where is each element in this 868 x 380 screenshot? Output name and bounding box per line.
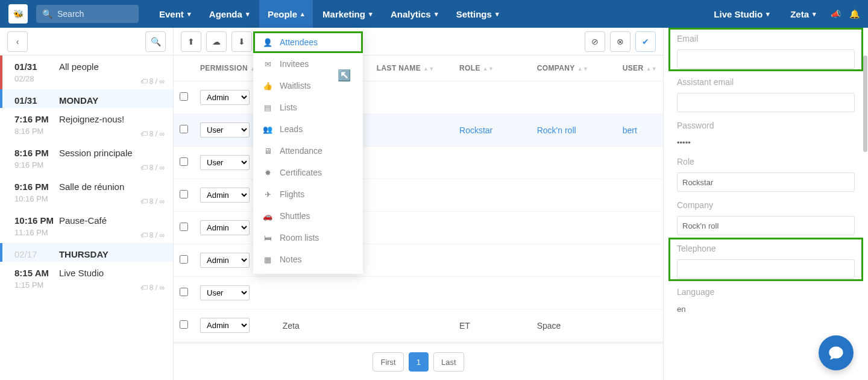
approve-button[interactable]: ⊘: [585, 31, 605, 52]
table-row[interactable]: User: [174, 147, 663, 179]
dd-notes[interactable]: ▦Notes: [253, 249, 363, 270]
left-sidebar: ‹ 🔍 01/31 All people 02/28 🏷 8 / ∞ 01/31…: [0, 28, 174, 380]
dd-roomlists[interactable]: 🛏Room lists: [253, 227, 363, 249]
user-icon: 👤: [263, 38, 272, 47]
reject-button[interactable]: ⊗: [610, 31, 631, 52]
dd-attendees[interactable]: 👤Attendees: [253, 31, 363, 53]
global-search[interactable]: 🔍: [36, 5, 139, 23]
dd-certificates[interactable]: ✸Certificates: [253, 162, 363, 183]
nav-analytics[interactable]: Analytics▾: [382, 0, 447, 28]
col-role[interactable]: ROLE: [459, 64, 480, 72]
table-row[interactable]: User: [174, 277, 663, 309]
download-cloud-button[interactable]: ☁: [206, 31, 227, 52]
row-checkbox[interactable]: [180, 92, 188, 101]
cell-company[interactable]: Rock'n roll: [531, 114, 617, 147]
nav-zeta[interactable]: Zeta▾: [784, 0, 822, 28]
nav-marketing[interactable]: Marketing▾: [314, 0, 381, 28]
sidebar-item-session[interactable]: 8:16 PM Session principale 9:16 PM 🏷 8 /…: [0, 142, 173, 176]
bell-icon[interactable]: 🔔: [849, 9, 860, 19]
row-checkbox[interactable]: [180, 255, 188, 264]
row-checkbox[interactable]: [180, 125, 188, 133]
right-scrollbar[interactable]: [863, 55, 867, 152]
row-checkbox[interactable]: [180, 320, 188, 329]
col-company[interactable]: COMPANY: [537, 64, 575, 72]
table-row[interactable]: Admin: [174, 212, 663, 244]
page-1[interactable]: 1: [409, 352, 429, 372]
download-button[interactable]: ⬇: [231, 31, 252, 52]
back-button[interactable]: ‹: [7, 31, 28, 52]
row-checkbox[interactable]: [180, 190, 188, 198]
company-input[interactable]: [677, 216, 855, 235]
cell-user[interactable]: bert: [617, 114, 663, 147]
table-row[interactable]: AdminZetaETSpace: [174, 309, 663, 342]
dd-lists[interactable]: ▤Lists: [253, 97, 363, 118]
permission-select[interactable]: User: [200, 285, 250, 300]
search-input[interactable]: [57, 9, 133, 19]
sidebar-day-thursday[interactable]: 02/17 THURSDAY: [0, 243, 173, 262]
assistant-input[interactable]: [677, 93, 855, 112]
page-last[interactable]: Last: [433, 352, 464, 372]
permission-select[interactable]: Admin: [200, 253, 250, 268]
nav-settings[interactable]: Settings▾: [448, 0, 508, 28]
chat-fab[interactable]: [819, 335, 854, 370]
dd-waitlists[interactable]: 👍Waitlists: [253, 75, 363, 97]
field-company: Company: [668, 194, 863, 238]
permission-select[interactable]: Admin: [200, 188, 250, 203]
col-user[interactable]: USER: [623, 64, 644, 72]
role-input[interactable]: [677, 173, 855, 192]
password-input[interactable]: [677, 136, 855, 148]
sidebar-search-button[interactable]: 🔍: [145, 31, 166, 52]
sidebar-item-pause[interactable]: 10:16 PM Pause-Café 11:16 PM 🏷 8 / ∞: [0, 209, 173, 243]
confirm-button[interactable]: ✔: [635, 31, 656, 52]
table-row[interactable]: Admin: [174, 179, 663, 212]
permission-select[interactable]: User: [200, 122, 250, 138]
dd-leads[interactable]: 👥Leads: [253, 118, 363, 140]
dd-flights[interactable]: ✈Flights: [253, 183, 363, 205]
permission-select[interactable]: Admin: [200, 90, 250, 105]
row-checkbox[interactable]: [180, 157, 188, 166]
sidebar-time: 8:16 PM: [14, 148, 57, 158]
sidebar-item-all-people[interactable]: 01/31 All people 02/28 🏷 8 / ∞: [0, 55, 173, 89]
megaphone-icon[interactable]: 📣: [831, 9, 841, 19]
telephone-input[interactable]: [677, 259, 855, 279]
permission-select[interactable]: Admin: [200, 318, 250, 333]
sidebar-time: 9:16 PM: [14, 182, 57, 192]
envelope-icon: ✉: [263, 60, 272, 69]
row-checkbox[interactable]: [180, 288, 188, 296]
table-row[interactable]: Admin: [174, 81, 663, 114]
col-lastname[interactable]: LAST NAME: [377, 64, 421, 72]
permission-select[interactable]: Admin: [200, 220, 250, 235]
tag-count: 🏷 8 / ∞: [140, 77, 165, 86]
language-input[interactable]: [677, 303, 855, 315]
sidebar-day-monday[interactable]: 01/31 MONDAY: [0, 89, 173, 108]
nav-agenda[interactable]: Agenda▾: [201, 0, 258, 28]
app-logo[interactable]: 🐝: [8, 4, 28, 24]
sidebar-item-rejoignez[interactable]: 7:16 PM Rejoignez-nous! 8:16 PM 🏷 8 / ∞: [0, 108, 173, 142]
row-checkbox[interactable]: [180, 223, 188, 231]
email-input[interactable]: [677, 49, 855, 69]
nav-live-studio[interactable]: Live Studio▾: [708, 0, 776, 28]
horizontal-scrollbar[interactable]: [174, 342, 663, 343]
dd-attendance[interactable]: 🖥Attendance: [253, 140, 363, 162]
chevron-down-icon: ▾: [813, 10, 816, 18]
chevron-down-icon: ▾: [187, 10, 191, 18]
certificate-icon: ✸: [263, 168, 272, 177]
nav-event[interactable]: Event▾: [151, 0, 200, 28]
upload-button[interactable]: ⬆: [181, 31, 201, 52]
page-first[interactable]: First: [373, 352, 403, 372]
sidebar-item-salle[interactable]: 9:16 PM Salle de réunion 10:16 PM 🏷 8 / …: [0, 176, 173, 209]
sidebar-date: 02/17: [14, 249, 57, 259]
tag-count: 🏷 8 / ∞: [140, 197, 165, 206]
sidebar-title: Salle de réunion: [59, 182, 124, 192]
dd-shuttles[interactable]: 🚗Shuttles: [253, 205, 363, 227]
col-permission[interactable]: PERMISSION: [200, 64, 248, 72]
sidebar-item-livestudio[interactable]: 8:15 AM Live Studio 1:15 PM 🏷 8 / ∞: [0, 262, 173, 296]
table-row[interactable]: UserRockstarRock'n rollbert: [174, 114, 663, 147]
field-role: Role: [668, 151, 863, 194]
nav-people[interactable]: People▴: [259, 0, 313, 28]
table-row[interactable]: Admin: [174, 244, 663, 277]
role-label: Role: [677, 157, 855, 166]
dd-invitees[interactable]: ✉Invitees: [253, 53, 363, 75]
permission-select[interactable]: User: [200, 155, 250, 170]
cell-role[interactable]: Rockstar: [453, 114, 531, 147]
